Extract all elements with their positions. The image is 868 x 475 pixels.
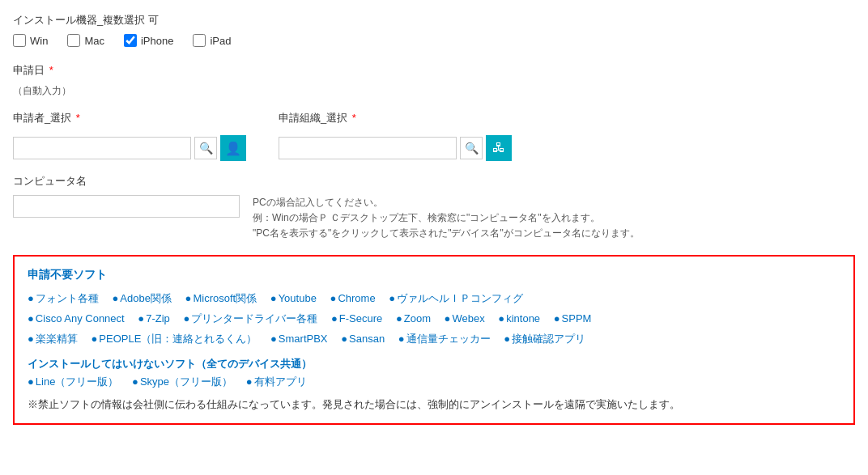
- requester-person-button[interactable]: 👤: [220, 135, 246, 161]
- iphone-checkbox[interactable]: [124, 34, 137, 47]
- org-input[interactable]: [279, 137, 457, 159]
- bullet: ●: [91, 333, 97, 345]
- install-devices-label: インストール機器_複数選択 可: [13, 13, 855, 28]
- bullet: ●: [331, 312, 338, 324]
- org-field-group: 申請組織_選択 * 🔍 🖧: [279, 111, 512, 161]
- notice-line: ※禁止ソフトの情報は会社側に伝わる仕組みになっています。発見された場合には、強制…: [28, 397, 840, 412]
- search-icon: 🔍: [465, 142, 479, 155]
- org-input-row: 🔍 🖧: [279, 135, 512, 161]
- requester-label: 申請者_選択 *: [13, 111, 246, 125]
- bullet: ●: [28, 312, 34, 324]
- bullet: ●: [398, 333, 405, 345]
- requester-search-button[interactable]: 🔍: [194, 137, 217, 159]
- org-network-button[interactable]: 🖧: [486, 135, 512, 161]
- install-devices-section: インストール機器_複数選択 可 Win Mac iPhone iPad: [13, 13, 855, 47]
- bullet: ●: [445, 312, 451, 324]
- bullet: ●: [270, 292, 277, 304]
- date-section: 申請日 * （自動入力）: [13, 63, 855, 98]
- computer-input[interactable]: [13, 195, 240, 218]
- bullet: ●: [112, 292, 118, 304]
- requester-field-group: 申請者_選択 * 🔍 👤: [13, 111, 246, 161]
- hint-line2: 例：Winの場合Ｐ Ｃデスクトップ左下、検索窓に"コンピュータ名"を入れます。: [253, 210, 640, 226]
- iphone-label: iPhone: [141, 35, 173, 47]
- person-icon: 👤: [225, 141, 241, 156]
- info-box: 申請不要ソフト ●フォント各種 ●Adobe関係 ●Microsoft関係 ●Y…: [13, 255, 855, 425]
- bullet: ●: [132, 375, 138, 388]
- hint-line3: "PC名を表示する"をクリックして表示された"デバイス名"がコンピュータ名になり…: [253, 226, 640, 241]
- forbidden-line: ●Line（フリー版） ●Skype（フリー版） ●有料アプリ: [28, 375, 840, 389]
- mac-checkbox[interactable]: [67, 34, 80, 47]
- auto-input-label: （自動入力）: [13, 84, 855, 98]
- bullet: ●: [138, 312, 144, 324]
- software-line-2: ●Cisco Any Connect ●7-Zip ●プリンタードライバー各種 …: [28, 309, 840, 328]
- checkbox-iphone[interactable]: iPhone: [124, 34, 173, 47]
- bullet: ●: [246, 375, 253, 388]
- computer-label: コンピュータ名: [13, 174, 855, 189]
- checkbox-mac[interactable]: Mac: [67, 34, 104, 47]
- bullet: ●: [28, 292, 34, 304]
- software-line-1: ●フォント各種 ●Adobe関係 ●Microsoft関係 ●Youtube ●…: [28, 289, 840, 307]
- computer-hint: PCの場合記入してください。 例：Winの場合Ｐ Ｃデスクトップ左下、検索窓に"…: [253, 195, 640, 242]
- ipad-checkbox[interactable]: [193, 34, 206, 47]
- bullet: ●: [554, 312, 560, 324]
- bullet: ●: [389, 292, 395, 304]
- org-search-button[interactable]: 🔍: [460, 137, 483, 159]
- checkbox-ipad[interactable]: iPad: [193, 34, 231, 47]
- info-box-title: 申請不要ソフト: [28, 268, 840, 282]
- bullet: ●: [498, 312, 504, 324]
- bullet: ●: [28, 333, 34, 345]
- bullet: ●: [396, 312, 402, 324]
- bullet: ●: [183, 312, 189, 324]
- search-icon: 🔍: [199, 142, 213, 155]
- computer-row: PCの場合記入してください。 例：Winの場合Ｐ Ｃデスクトップ左下、検索窓に"…: [13, 195, 855, 242]
- win-label: Win: [30, 35, 48, 47]
- bullet: ●: [185, 292, 192, 304]
- software-line-3: ●楽楽精算 ●PEOPLE（旧：連絡とれるくん） ●SmartPBX ●Sans…: [28, 329, 840, 348]
- mac-label: Mac: [84, 35, 104, 47]
- hint-line1: PCの場合記入してください。: [253, 195, 640, 210]
- network-icon: 🖧: [492, 141, 505, 155]
- date-required-mark: *: [49, 64, 53, 76]
- computer-section: コンピュータ名 PCの場合記入してください。 例：Winの場合Ｐ Ｃデスクトップ…: [13, 174, 855, 242]
- requester-input[interactable]: [13, 137, 191, 159]
- bullet: ●: [330, 292, 337, 304]
- bullet: ●: [504, 333, 510, 345]
- org-label: 申請組織_選択 *: [279, 111, 512, 125]
- requester-org-row: 申請者_選択 * 🔍 👤 申請組織_選択 * 🔍 🖧: [13, 111, 855, 161]
- org-required-mark: *: [352, 112, 356, 124]
- requester-required-mark: *: [76, 112, 80, 124]
- ipad-label: iPad: [210, 35, 231, 47]
- requester-input-row: 🔍 👤: [13, 135, 246, 161]
- win-checkbox[interactable]: [13, 34, 26, 47]
- bullet: ●: [341, 333, 347, 345]
- bullet: ●: [270, 333, 277, 345]
- forbidden-title: インストールしてはいけないソフト（全てのデバイス共通）: [28, 357, 840, 371]
- checkbox-row: Win Mac iPhone iPad: [13, 34, 855, 47]
- bullet: ●: [28, 375, 34, 388]
- date-label: 申請日 *: [13, 63, 855, 78]
- checkbox-win[interactable]: Win: [13, 34, 48, 47]
